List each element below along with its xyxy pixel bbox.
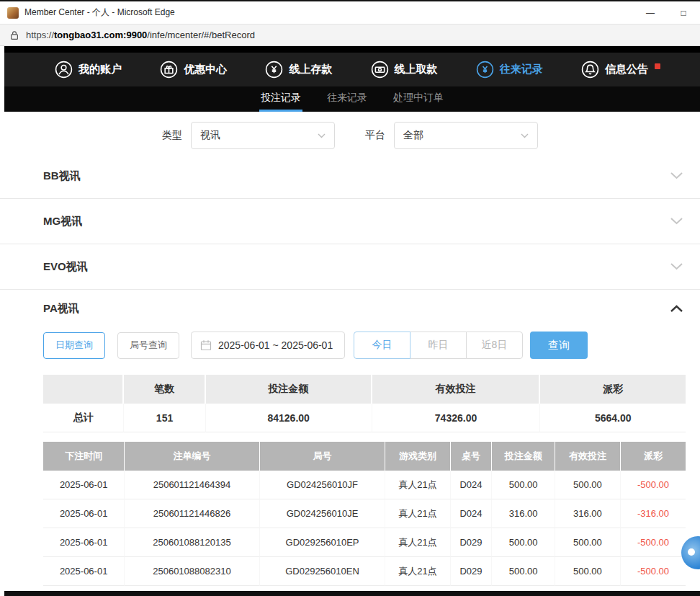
table-cell: D029 xyxy=(451,557,493,586)
table-cell: -316.00 xyxy=(621,499,686,528)
nav-item-deposit[interactable]: 线上存款 xyxy=(265,61,332,79)
tab-transaction-records[interactable]: 往来记录 xyxy=(326,86,369,112)
summary-value: 84126.00 xyxy=(206,404,372,432)
query-toolbar: 日期查询 局号查询 2025-06-01 ~ 2025-06-01 今日 昨日 … xyxy=(43,332,686,359)
date-query-button[interactable]: 日期查询 xyxy=(43,332,105,359)
platform-select[interactable]: 全部 xyxy=(394,122,538,149)
url-text[interactable]: https://tongbao31.com:9900/infe/mcenter/… xyxy=(26,30,255,40)
banknote-icon xyxy=(371,61,389,79)
bet-table-header-cell: 注单编号 xyxy=(125,442,259,471)
coin-yen-icon xyxy=(265,61,283,79)
summary-header-cell: 笔数 xyxy=(124,375,205,404)
table-cell: 316.00 xyxy=(492,499,555,528)
nav-item-label: 线上取款 xyxy=(395,63,438,76)
table-cell: D024 xyxy=(451,471,493,499)
today-button[interactable]: 今日 xyxy=(354,332,410,359)
nav-item-withdraw[interactable]: 线上取款 xyxy=(371,61,438,79)
type-select-value: 视讯 xyxy=(200,129,220,142)
table-cell: 500.00 xyxy=(492,471,555,499)
date-range-picker[interactable]: 2025-06-01 ~ 2025-06-01 xyxy=(191,332,345,359)
nav-item-promotions[interactable]: 优惠中心 xyxy=(160,61,227,79)
bet-table-header-row: 下注时间注单编号局号游戏类别桌号投注金额有效投注派彩 xyxy=(43,442,686,471)
summary-header-cell: 投注金额 xyxy=(206,375,372,404)
search-button[interactable]: 查询 xyxy=(530,332,588,359)
table-cell: D024 xyxy=(451,499,493,528)
summary-value: 151 xyxy=(124,404,205,432)
address-bar[interactable]: https://tongbao31.com:9900/infe/mcenter/… xyxy=(0,25,700,46)
section-mg-video[interactable]: MG视讯 xyxy=(0,199,700,244)
tab-label: 往来记录 xyxy=(327,92,367,104)
nav-item-announcements[interactable]: 信息公告 xyxy=(581,61,660,79)
type-label: 类型 xyxy=(162,129,182,142)
bet-table-header-cell: 桌号 xyxy=(451,442,493,471)
yen-transfer-icon xyxy=(476,61,494,79)
summary-table: 笔数投注金额有效投注派彩 总计15184126.0074326.005664.0… xyxy=(43,375,686,432)
type-select[interactable]: 视讯 xyxy=(191,122,335,149)
summary-value: 74326.00 xyxy=(372,404,541,432)
sub-nav: 投注记录 往来记录 处理中订单 xyxy=(4,86,700,112)
table-cell: 真人21点 xyxy=(385,528,450,557)
quick-range-group: 今日 昨日 近8日 xyxy=(354,332,523,359)
tab-bet-records[interactable]: 投注记录 xyxy=(259,86,302,112)
section-title: MG视讯 xyxy=(43,215,82,228)
table-cell: GD024256010JF xyxy=(260,471,386,499)
calendar-icon xyxy=(200,339,212,351)
table-cell: D029 xyxy=(451,528,493,557)
tab-label: 处理中订单 xyxy=(393,92,444,104)
yesterday-button[interactable]: 昨日 xyxy=(410,332,467,359)
table-cell: 250601121446826 xyxy=(125,499,259,528)
date-range-value: 2025-06-01 ~ 2025-06-01 xyxy=(218,339,333,351)
table-cell: GD029256010EN xyxy=(260,557,386,586)
nav-item-label: 优惠中心 xyxy=(184,63,227,76)
chevron-down-icon xyxy=(670,172,683,179)
restore-button[interactable]: □ xyxy=(667,1,700,24)
bet-table-header-cell: 投注金额 xyxy=(492,442,555,471)
summary-total-row: 总计15184126.0074326.005664.00 xyxy=(43,404,686,432)
tab-label: 投注记录 xyxy=(261,92,301,104)
bell-icon xyxy=(581,61,599,79)
platform-label: 平台 xyxy=(365,129,385,142)
table-cell: GD024256010JE xyxy=(260,499,386,528)
table-cell: 500.00 xyxy=(492,557,555,586)
url-path: /infe/mcenter/#/betRecord xyxy=(147,30,255,40)
chevron-up-icon xyxy=(670,305,683,312)
url-scheme: https:// xyxy=(26,30,54,40)
table-cell: 500.00 xyxy=(555,528,621,557)
chevron-down-icon xyxy=(670,218,683,225)
section-evo-video[interactable]: EVO视讯 xyxy=(0,244,700,290)
url-host: tongbao31.com:9900 xyxy=(54,30,147,40)
bet-table-header-cell: 局号 xyxy=(260,442,386,471)
table-cell: -500.00 xyxy=(621,528,686,557)
nav-item-label: 我的账户 xyxy=(78,63,122,76)
bet-table-header-cell: 有效投注 xyxy=(555,442,621,471)
nav-item-records[interactable]: 往来记录 xyxy=(476,61,543,79)
table-cell: 316.00 xyxy=(555,499,621,528)
table-cell: 真人21点 xyxy=(385,499,450,528)
section-title: PA视讯 xyxy=(43,302,79,316)
bet-records-table: 下注时间注单编号局号游戏类别桌号投注金额有效投注派彩 2025-06-01250… xyxy=(43,442,686,586)
minimize-button[interactable]: — xyxy=(634,1,667,24)
summary-header-cell: 派彩 xyxy=(540,375,686,404)
summary-value: 5664.00 xyxy=(540,404,686,432)
table-cell: 2025-06-01 xyxy=(43,499,125,528)
table-cell: 2025-06-01 xyxy=(43,528,125,557)
table-row: 2025-06-01250601121446826GD024256010JE真人… xyxy=(43,499,686,528)
chevron-down-icon xyxy=(318,133,326,138)
table-cell: 250601088082310 xyxy=(125,557,259,586)
summary-header-cell xyxy=(43,375,124,404)
last-8-days-button[interactable]: 近8日 xyxy=(466,332,523,359)
round-query-button[interactable]: 局号查询 xyxy=(117,332,179,359)
platform-select-value: 全部 xyxy=(403,129,423,142)
gift-icon xyxy=(160,61,178,79)
chevron-down-icon xyxy=(521,133,529,138)
nav-item-label: 线上存款 xyxy=(289,63,332,76)
nav-item-my-account[interactable]: 我的账户 xyxy=(55,61,122,79)
pa-section-content: 日期查询 局号查询 2025-06-01 ~ 2025-06-01 今日 昨日 … xyxy=(0,332,700,586)
tab-processing-orders[interactable]: 处理中订单 xyxy=(392,86,445,112)
page-header: 我的账户 优惠中心 线上存款 线上取款 xyxy=(4,46,700,112)
section-bb-video[interactable]: BB视讯 xyxy=(0,154,700,199)
section-pa-video[interactable]: PA视讯 xyxy=(0,290,700,327)
table-cell: 250601088120135 xyxy=(125,528,259,557)
table-row: 2025-06-01250601088082310GD029256010EN真人… xyxy=(43,557,686,586)
bottom-bar xyxy=(4,591,700,596)
